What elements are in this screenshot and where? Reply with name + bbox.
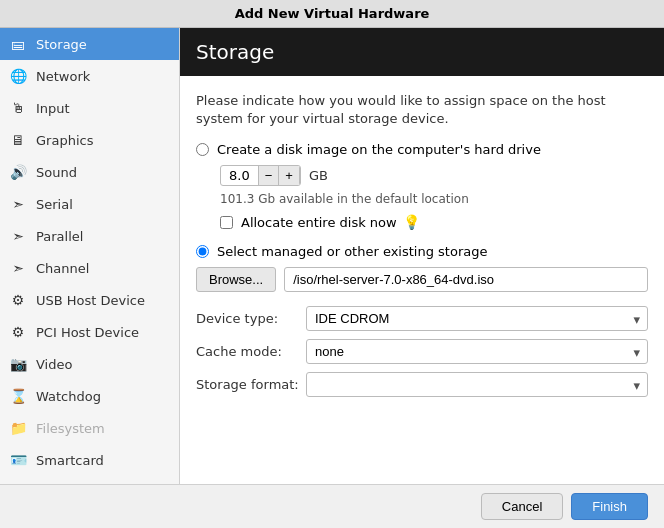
cache-mode-row: Cache mode: none writethrough writeback … xyxy=(196,339,648,364)
path-input[interactable] xyxy=(284,267,648,292)
device-type-label: Device type: xyxy=(196,311,306,326)
sidebar-item-watchdog[interactable]: ⌛Watchdog xyxy=(0,380,179,412)
storage-format-wrapper: raw qcow2 vmdk xyxy=(306,372,648,397)
serial-icon: ➣ xyxy=(8,194,28,214)
bottom-bar: Cancel Finish xyxy=(0,484,664,528)
sidebar-item-channel[interactable]: ➣Channel xyxy=(0,252,179,284)
size-box: 8.0 − + xyxy=(220,165,301,186)
cache-mode-wrapper: none writethrough writeback directsync u… xyxy=(306,339,648,364)
channel-icon: ➣ xyxy=(8,258,28,278)
size-increase-button[interactable]: + xyxy=(278,166,300,185)
sidebar-item-video[interactable]: 📷Video xyxy=(0,348,179,380)
sidebar-label-filesystem: Filesystem xyxy=(36,421,105,436)
sidebar-item-network[interactable]: 🌐Network xyxy=(0,60,179,92)
bulb-icon: 💡 xyxy=(403,214,420,230)
input-icon: 🖱 xyxy=(8,98,28,118)
filesystem-icon: 📁 xyxy=(8,418,28,438)
watchdog-icon: ⌛ xyxy=(8,386,28,406)
option1-row: Create a disk image on the computer's ha… xyxy=(196,142,648,157)
sidebar-label-storage: Storage xyxy=(36,37,87,52)
allocate-checkbox[interactable] xyxy=(220,216,233,229)
sidebar-label-parallel: Parallel xyxy=(36,229,83,244)
storage-format-label: Storage format: xyxy=(196,377,306,392)
allocate-row: Allocate entire disk now 💡 xyxy=(220,214,648,230)
size-row: 8.0 − + GB xyxy=(220,165,648,186)
browse-button[interactable]: Browse... xyxy=(196,267,276,292)
option2-radio[interactable] xyxy=(196,245,209,258)
browse-row: Browse... xyxy=(196,267,648,292)
allocate-label[interactable]: Allocate entire disk now xyxy=(241,215,397,230)
sidebar-item-usb-redirection[interactable]: ⚙USB Redirection xyxy=(0,476,179,484)
description-text: Please indicate how you would like to as… xyxy=(196,92,648,128)
video-icon: 📷 xyxy=(8,354,28,374)
cache-mode-label: Cache mode: xyxy=(196,344,306,359)
sidebar: 🖴Storage🌐Network🖱Input🖥Graphics🔊Sound➣Se… xyxy=(0,28,180,484)
finish-button[interactable]: Finish xyxy=(571,493,648,520)
graphics-icon: 🖥 xyxy=(8,130,28,150)
size-value: 8.0 xyxy=(221,166,258,185)
content-header: Storage xyxy=(180,28,664,76)
option2-label[interactable]: Select managed or other existing storage xyxy=(217,244,487,259)
sidebar-item-parallel[interactable]: ➣Parallel xyxy=(0,220,179,252)
dialog-title: Add New Virtual Hardware xyxy=(235,6,430,21)
sidebar-item-graphics[interactable]: 🖥Graphics xyxy=(0,124,179,156)
sidebar-item-serial[interactable]: ➣Serial xyxy=(0,188,179,220)
sidebar-label-network: Network xyxy=(36,69,90,84)
sidebar-item-storage[interactable]: 🖴Storage xyxy=(0,28,179,60)
sidebar-label-sound: Sound xyxy=(36,165,77,180)
option1-radio[interactable] xyxy=(196,143,209,156)
network-icon: 🌐 xyxy=(8,66,28,86)
sidebar-item-filesystem: 📁Filesystem xyxy=(0,412,179,444)
sidebar-item-smartcard[interactable]: 🪪Smartcard xyxy=(0,444,179,476)
parallel-icon: ➣ xyxy=(8,226,28,246)
device-type-wrapper: IDE CDROM Floppy IDE Disk SCSI Disk USB … xyxy=(306,306,648,331)
section-title: Storage xyxy=(196,40,648,64)
cache-mode-select[interactable]: none writethrough writeback directsync u… xyxy=(306,339,648,364)
sidebar-label-pci-host-device: PCI Host Device xyxy=(36,325,139,340)
storage-format-select[interactable]: raw qcow2 vmdk xyxy=(306,372,648,397)
sidebar-label-channel: Channel xyxy=(36,261,89,276)
storage-icon: 🖴 xyxy=(8,34,28,54)
option1-label[interactable]: Create a disk image on the computer's ha… xyxy=(217,142,541,157)
sidebar-label-smartcard: Smartcard xyxy=(36,453,104,468)
sidebar-item-sound[interactable]: 🔊Sound xyxy=(0,156,179,188)
sidebar-label-watchdog: Watchdog xyxy=(36,389,101,404)
gb-label: GB xyxy=(309,168,328,183)
avail-text: 101.3 Gb available in the default locati… xyxy=(220,192,648,206)
title-bar: Add New Virtual Hardware xyxy=(0,0,664,28)
dialog-body: 🖴Storage🌐Network🖱Input🖥Graphics🔊Sound➣Se… xyxy=(0,28,664,484)
sidebar-item-usb-host-device[interactable]: ⚙USB Host Device xyxy=(0,284,179,316)
device-type-row: Device type: IDE CDROM Floppy IDE Disk S… xyxy=(196,306,648,331)
sidebar-label-serial: Serial xyxy=(36,197,73,212)
storage-format-row: Storage format: raw qcow2 vmdk xyxy=(196,372,648,397)
sidebar-label-input: Input xyxy=(36,101,70,116)
content-body: Please indicate how you would like to as… xyxy=(180,76,664,484)
size-decrease-button[interactable]: − xyxy=(258,166,279,185)
sidebar-item-input[interactable]: 🖱Input xyxy=(0,92,179,124)
usb-host-device-icon: ⚙ xyxy=(8,290,28,310)
sidebar-item-pci-host-device[interactable]: ⚙PCI Host Device xyxy=(0,316,179,348)
smartcard-icon: 🪪 xyxy=(8,450,28,470)
option2-row: Select managed or other existing storage xyxy=(196,244,648,259)
device-type-select[interactable]: IDE CDROM Floppy IDE Disk SCSI Disk USB … xyxy=(306,306,648,331)
main-content: Storage Please indicate how you would li… xyxy=(180,28,664,484)
sidebar-label-usb-host-device: USB Host Device xyxy=(36,293,145,308)
sidebar-label-graphics: Graphics xyxy=(36,133,93,148)
pci-host-device-icon: ⚙ xyxy=(8,322,28,342)
cancel-button[interactable]: Cancel xyxy=(481,493,563,520)
sidebar-label-video: Video xyxy=(36,357,72,372)
sound-icon: 🔊 xyxy=(8,162,28,182)
